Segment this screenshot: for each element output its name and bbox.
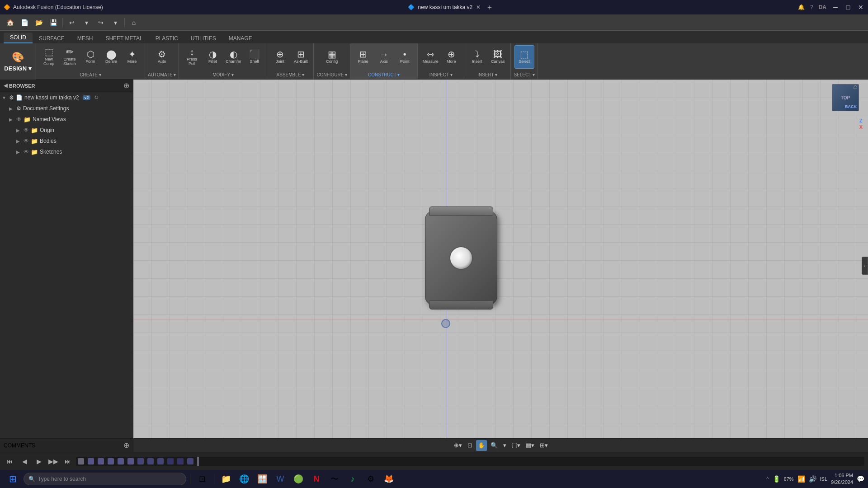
save-btn[interactable]: 💾: [47, 17, 60, 28]
pivot-btn[interactable]: ⊕▾: [452, 440, 464, 451]
taskbar-word[interactable]: W: [272, 472, 288, 486]
insert-label[interactable]: INSERT ▾: [477, 72, 497, 78]
design-dropdown-btn[interactable]: 🎨 DESIGN ▾: [0, 43, 36, 80]
insert-more-btn[interactable]: 🖼 Canvas: [488, 45, 508, 69]
taskbar-spotify[interactable]: ♪: [344, 472, 361, 486]
notification-icon[interactable]: 💬: [857, 475, 864, 483]
tl-marker-8[interactable]: [146, 457, 155, 465]
derive-btn[interactable]: ⬤ Derive: [101, 45, 121, 69]
taskbar-settings[interactable]: ⚙: [363, 472, 379, 486]
open-btn[interactable]: 📂: [33, 17, 45, 28]
tl-marker-12[interactable]: [186, 457, 194, 465]
browser-collapse-btn[interactable]: ◀: [4, 83, 7, 89]
shell-btn[interactable]: ⬛ Shell: [244, 45, 264, 69]
tl-marker-5[interactable]: [117, 457, 125, 465]
taskbar-store[interactable]: 🪟: [254, 472, 270, 486]
tree-root[interactable]: ▼ ⚙ 📄 new kassi um takka v2 v2 ↻: [0, 92, 133, 103]
system-clock[interactable]: 1:06 PM 9/26/2024: [831, 472, 853, 486]
configure-label[interactable]: CONFIGURE ▾: [316, 72, 347, 78]
taskbar-app-fox[interactable]: 🦊: [381, 472, 397, 486]
tl-marker-1[interactable]: [77, 457, 85, 465]
chamfer-btn[interactable]: ◐ Chamfer: [223, 45, 243, 69]
go-home-btn[interactable]: ⌂: [127, 17, 140, 28]
timeline-last-btn[interactable]: ⏭: [61, 455, 74, 468]
tl-marker-10[interactable]: [166, 457, 175, 465]
measure-btn[interactable]: ⇿ Measure: [420, 45, 440, 69]
taskbar-arduino[interactable]: 〜: [326, 472, 343, 486]
insert-btn[interactable]: ⤵ Insert: [467, 45, 487, 69]
tree-item-doc-settings[interactable]: ▶ ⚙ Document Settings: [0, 103, 133, 114]
orbit-type-btn[interactable]: ⊡: [466, 440, 474, 451]
modify-label[interactable]: MODIFY ▾: [212, 72, 233, 78]
automate-label[interactable]: AUTOMATE ▾: [148, 72, 176, 78]
home-btn[interactable]: 🏠: [4, 17, 16, 28]
select-label[interactable]: SELECT ▾: [514, 72, 535, 78]
redo-arrow-btn[interactable]: ▾: [109, 17, 122, 28]
timeline-first-btn[interactable]: ⏮: [4, 455, 16, 468]
timeline-prev-btn[interactable]: ◀: [18, 455, 31, 468]
tl-marker-2[interactable]: [87, 457, 95, 465]
3d-object[interactable]: [423, 206, 500, 312]
environments-btn[interactable]: ⊞▾: [538, 440, 550, 451]
inspect-more-btn[interactable]: ⊕ More: [441, 45, 461, 69]
create-label[interactable]: CREATE ▾: [80, 72, 101, 78]
point-btn[interactable]: • Point: [395, 45, 415, 69]
zoom-dropdown-btn[interactable]: ▾: [501, 440, 508, 451]
create-sketch-btn[interactable]: ✏ CreateSketch: [60, 45, 80, 69]
display-mode-btn[interactable]: ▦▾: [524, 440, 536, 451]
fillet-btn[interactable]: ◑ Fillet: [203, 45, 222, 69]
minimize-btn[interactable]: ─: [832, 4, 839, 11]
start-btn[interactable]: ⊞: [4, 472, 22, 486]
form-btn[interactable]: ⬡ Form: [80, 45, 100, 69]
tl-marker-6[interactable]: [127, 457, 135, 465]
undo-btn[interactable]: ↩: [66, 17, 78, 28]
joint-btn[interactable]: ⊕ Joint: [270, 45, 290, 69]
press-pull-btn[interactable]: ↕ PressPull: [182, 45, 202, 69]
taskbar-search-bar[interactable]: 🔍 Type here to search: [24, 473, 186, 485]
nav-cube-back-label[interactable]: BACK: [845, 104, 857, 109]
task-view-btn[interactable]: ⊡: [194, 472, 210, 486]
timeline-next-btn[interactable]: ▶▶: [47, 455, 60, 468]
tab-utilities[interactable]: UTILITIES: [184, 33, 222, 43]
tab-solid[interactable]: SOLID: [4, 33, 33, 43]
assemble-label[interactable]: ASSEMBLE ▾: [277, 72, 305, 78]
close-tab-btn[interactable]: ✕: [476, 4, 481, 10]
as-built-btn[interactable]: ⊞ As-Built: [291, 45, 311, 69]
taskbar-chrome[interactable]: 🟢: [290, 472, 307, 486]
viewport[interactable]: TOP BACK Z X ⌂ ⊕▾ ⊡ ✋ 🔍 ▾ ⬚▾ ▦▾ ⊞▾ ‹: [133, 80, 868, 452]
tray-chevron-icon[interactable]: ^: [766, 476, 769, 482]
taskbar-netflix[interactable]: N: [308, 472, 325, 486]
undo-arrow-btn[interactable]: ▾: [80, 17, 93, 28]
plane-btn[interactable]: ⊞ Plane: [353, 45, 373, 69]
tl-marker-3[interactable]: [97, 457, 105, 465]
tab-mesh[interactable]: MESH: [71, 33, 99, 43]
tab-manage[interactable]: MANAGE: [222, 33, 259, 43]
zoom-btn[interactable]: 🔍: [489, 440, 500, 451]
view-cube-btn[interactable]: ⬚▾: [510, 440, 522, 451]
browser-add-btn[interactable]: ⊕: [123, 81, 129, 90]
new-btn[interactable]: 📄: [18, 17, 31, 28]
taskbar-file-explorer[interactable]: 📁: [218, 472, 234, 486]
tl-marker-9[interactable]: [156, 457, 165, 465]
tree-item-origin[interactable]: ▶ 👁 📁 Origin: [0, 125, 133, 136]
close-btn[interactable]: ✕: [857, 4, 864, 11]
tl-marker-4[interactable]: [107, 457, 115, 465]
redo-btn[interactable]: ↪: [94, 17, 107, 28]
document-tab[interactable]: 🔷 new kassi um takka v2 ✕ ＋: [408, 3, 494, 12]
right-panel-collapse-btn[interactable]: ‹: [862, 257, 868, 275]
configure-btn[interactable]: ▦ Config: [322, 45, 342, 69]
inspect-label[interactable]: INSPECT ▾: [429, 72, 453, 78]
timeline-play-btn[interactable]: ▶: [33, 455, 45, 468]
maximize-btn[interactable]: □: [844, 4, 852, 11]
construct-label[interactable]: CONSTRUCT ▾: [368, 72, 400, 78]
tree-item-sketches[interactable]: ▶ 👁 📁 Sketches: [0, 146, 133, 157]
timeline-track[interactable]: [76, 457, 864, 466]
tl-marker-11[interactable]: [176, 457, 184, 465]
new-component-btn[interactable]: ⬚ NewComp: [39, 45, 59, 69]
add-tab-btn[interactable]: ＋: [486, 3, 493, 12]
tab-surface[interactable]: SURFACE: [33, 33, 71, 43]
taskbar-edge[interactable]: 🌐: [236, 472, 252, 486]
tree-item-named-views[interactable]: ▶ 👁 📁 Named Views: [0, 114, 133, 125]
tab-sheet-metal[interactable]: SHEET METAL: [99, 33, 149, 43]
tab-plastic[interactable]: PLASTIC: [149, 33, 184, 43]
